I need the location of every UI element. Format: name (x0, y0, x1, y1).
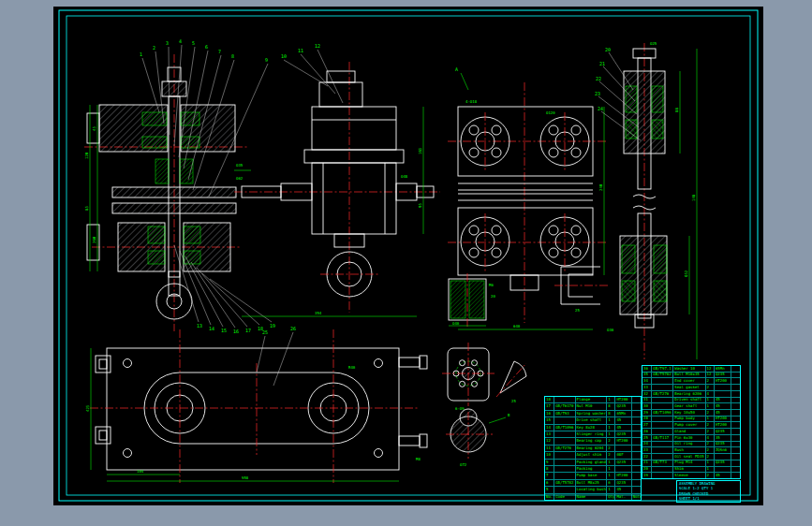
callout-label: 3 (166, 40, 169, 46)
bom-row: 26Gland2Q235 (642, 428, 740, 434)
dim-label: 958 (242, 475, 249, 480)
bom-cell: Mat. (614, 494, 630, 500)
callout-label: 10 (281, 53, 287, 59)
bom-table-left: 18Flange1HT20017GB/T6170Nut M108Q23516GB… (544, 396, 642, 501)
bom-table-right: 36GB/T97.1Washer 101265Mn35GB/T5782Bolt … (642, 365, 741, 479)
dim-label: O40 (452, 321, 460, 326)
dim-label: 354 (315, 311, 322, 315)
bom-cell: No. (545, 494, 554, 500)
callout-label: 8 (231, 53, 234, 59)
cad-viewer: 120 85 260 45 O35 O62 1 2 3 4 5 6 7 8 9 … (0, 0, 812, 526)
bom-row: 21GB/T73Plug M141Q235 (642, 460, 740, 466)
callout-label: 6 (205, 44, 208, 50)
title-block-line: SCALE 1:2 QTY 1 (677, 487, 740, 490)
callout-label: 21 (599, 61, 605, 66)
bom-row: 6GB/T5782Bolt M8x256Q235 (545, 479, 641, 486)
bom-row: 10Adjust shim208F (545, 451, 641, 458)
bom-row: 33Seal gasket2 (642, 384, 740, 390)
callout-label: 14 (209, 326, 214, 331)
bom-cell (651, 473, 672, 478)
bom-row: 30Gear shaft145 (642, 402, 740, 409)
callout-label: 20 (605, 47, 611, 52)
bom-cell: Qty (606, 494, 614, 500)
bom-row: 12Bearing cap2HT200 (545, 437, 641, 444)
bom-cell: Code (554, 494, 574, 500)
dim-label: O25 (650, 41, 657, 46)
dim-label: O30 (607, 328, 614, 332)
bom-row: 20Shim1 (642, 466, 740, 473)
callout-label: 26 (290, 326, 296, 331)
bom-row: 17GB/T6170Nut M108Q235 (545, 402, 641, 409)
dim-label: 88 (674, 108, 679, 112)
callout-label: 11 (298, 48, 303, 53)
title-block: ASSEMBLY DRAWING SCALE 1:2 QTY 1 DRAWN C… (676, 480, 741, 503)
callout-label: 13 (197, 323, 202, 329)
dim-label: 165 (418, 147, 422, 154)
dim-label: 20 (491, 294, 495, 299)
callout-label: 9 (265, 57, 268, 63)
bom-cell: Note (631, 494, 641, 500)
bom-row: 13Slinger ring1Q235 (545, 431, 641, 437)
bom-row: 25GB/T117Pin 6x30435 (642, 434, 740, 441)
callout-label: 23 (595, 91, 600, 96)
callout-label: 25 (262, 329, 268, 335)
dim-label: O48 (401, 174, 408, 179)
section-label: A (455, 66, 458, 72)
dim-label: M6 (489, 283, 494, 287)
bom-row: 16GB/T93Spring washer865Mn (545, 410, 641, 416)
bom-cell: Name (575, 494, 607, 500)
callout-label: 17 (245, 328, 251, 333)
bom-row: 27Pump cover2HT200 (642, 421, 740, 428)
bom-cell: 45 (714, 473, 731, 478)
bom-row: No.CodeNameQtyMat.Note (545, 493, 641, 500)
bom-row: 31Driven shaft145 (642, 397, 740, 403)
callout-label: 15 (221, 328, 227, 333)
callout-label: 4 (179, 38, 182, 44)
bom-row: 15Drive shaft145 (545, 416, 641, 423)
dim-label: 148 (691, 194, 696, 201)
dim-label: 85 (84, 206, 89, 211)
dim-label: 95 (418, 203, 422, 208)
title-block-line: DRAWN CHECKED (677, 492, 740, 496)
callout-label: 16 (233, 329, 239, 334)
callout-label: 19 (270, 323, 275, 329)
dim-label: 260 (92, 236, 96, 243)
dim-label: O35 (236, 163, 244, 168)
callout-label: 7 (218, 49, 221, 54)
bom-row: 24Oil ring2Q235 (642, 441, 740, 447)
dim-label: 240 (598, 183, 603, 191)
callout-label: 24 (598, 106, 603, 111)
dim-label: O72 (460, 462, 467, 467)
dim-label: 104 (137, 469, 144, 474)
bom-cell: Sleeve (672, 473, 704, 478)
bom-row: 29GB/T1096Key 10x50245 (642, 409, 740, 416)
dim-label: 25 (575, 308, 580, 313)
dim-label: M8 (416, 457, 421, 461)
bom-row: 14GB/T1096Key 8x28145 (545, 424, 641, 431)
bom-row: 11GB/T276Bearing 62042 (545, 445, 641, 451)
callout-label: 22 (596, 76, 601, 81)
bom-cell: 19 (642, 473, 651, 478)
dim-label: R40 (348, 365, 356, 370)
dim-label: 120 (84, 152, 89, 159)
title-block-line: ASSEMBLY DRAWING (677, 482, 740, 486)
dim-label: O52 (684, 270, 688, 277)
title-block-line: SHEET 1/1 (677, 497, 740, 501)
callout-label: 1 (140, 51, 142, 57)
dim-label: 4-O18 (465, 99, 478, 104)
dim-label: 425 (85, 404, 90, 412)
callout-label: 12 (315, 43, 320, 49)
dim-label: 25 (511, 399, 516, 403)
bom-row: 5Locating bush145 (545, 486, 641, 492)
dim-label: 640 (513, 324, 521, 329)
callout-label: 5 (192, 40, 195, 46)
dim-label: 45 (92, 126, 96, 131)
bom-row: 7Pump base1HT200 (545, 472, 641, 478)
bom-row: 34End cover2HT200 (642, 377, 740, 384)
bom-row: 22Oil seal PD352 (642, 453, 740, 460)
dim-label: O120 (546, 110, 555, 115)
bom-cell: 2 (705, 473, 714, 478)
bom-row: 32GB/T276Bearing 62064 (642, 390, 740, 397)
bom-row: 35GB/T5782Bolt M10x3512Q235 (642, 372, 740, 378)
bom-row: 9Packing gland1Q235 (545, 459, 641, 465)
